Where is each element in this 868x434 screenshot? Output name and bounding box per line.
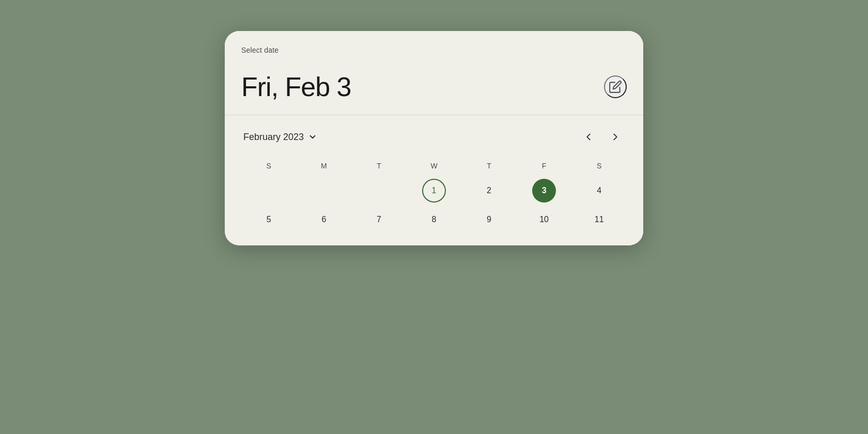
day-button-7[interactable]: 7 (367, 208, 391, 231)
month-year-label: February 2023 (243, 132, 304, 143)
edit-date-button[interactable] (604, 75, 627, 98)
day-button-2[interactable]: 2 (477, 179, 501, 203)
selected-date-display: Fri, Feb 3 (241, 71, 351, 102)
date-picker-dialog: Select date Fri, Feb 3 February 2023 (225, 31, 643, 245)
day-cell-9: 9 (461, 206, 517, 233)
calendar-section: February 2023 (225, 115, 643, 245)
day-button-4[interactable]: 4 (587, 179, 611, 203)
day-button-empty (367, 179, 391, 203)
selected-date-row: Fri, Feb 3 (225, 63, 643, 115)
day-cell-2: 2 (461, 177, 517, 204)
select-date-label: Select date (241, 46, 278, 54)
day-cell-11: 11 (571, 206, 627, 233)
weekday-sat: S (571, 159, 627, 173)
day-cell-1: 1 (407, 177, 462, 204)
day-cell-empty-1 (241, 177, 297, 204)
day-cell-5: 5 (241, 206, 297, 233)
weekday-sun: S (241, 159, 297, 173)
day-cell-6: 6 (297, 206, 352, 233)
days-grid: 1 2 3 4 5 6 (241, 177, 627, 233)
weekday-header-row: S M T W T F S (241, 159, 627, 173)
weekday-wed: W (407, 159, 462, 173)
day-button-6[interactable]: 6 (312, 208, 336, 231)
weekday-mon: M (297, 159, 352, 173)
day-button-empty (257, 179, 281, 203)
device-frame: Select date Fri, Feb 3 February 2023 (209, 0, 659, 245)
day-button-11[interactable]: 11 (587, 208, 611, 231)
day-button-8[interactable]: 8 (422, 208, 446, 231)
day-button-empty (312, 179, 336, 203)
day-cell-10: 10 (517, 206, 572, 233)
day-cell-3: 3 (517, 177, 572, 204)
chevron-down-icon (308, 132, 317, 142)
day-cell-empty-3 (351, 177, 407, 204)
day-cell-8: 8 (407, 206, 462, 233)
calendar-grid: S M T W T F S (241, 159, 627, 233)
weekday-fri: F (517, 159, 572, 173)
day-button-10[interactable]: 10 (532, 208, 556, 231)
day-button-9[interactable]: 9 (477, 208, 501, 231)
day-button-1[interactable]: 1 (422, 179, 446, 203)
day-button-3[interactable]: 3 (532, 179, 556, 203)
month-navigation-arrows (577, 126, 627, 148)
day-cell-empty-2 (297, 177, 352, 204)
day-button-5[interactable]: 5 (257, 208, 281, 231)
weekday-thu: T (461, 159, 517, 173)
weekday-tue: T (351, 159, 407, 173)
month-nav-row: February 2023 (241, 126, 627, 148)
day-cell-7: 7 (351, 206, 407, 233)
next-month-button[interactable] (604, 126, 627, 148)
dialog-header: Select date (225, 31, 643, 63)
prev-month-button[interactable] (577, 126, 600, 148)
month-year-dropdown-button[interactable]: February 2023 (241, 129, 319, 146)
day-cell-4: 4 (571, 177, 627, 204)
